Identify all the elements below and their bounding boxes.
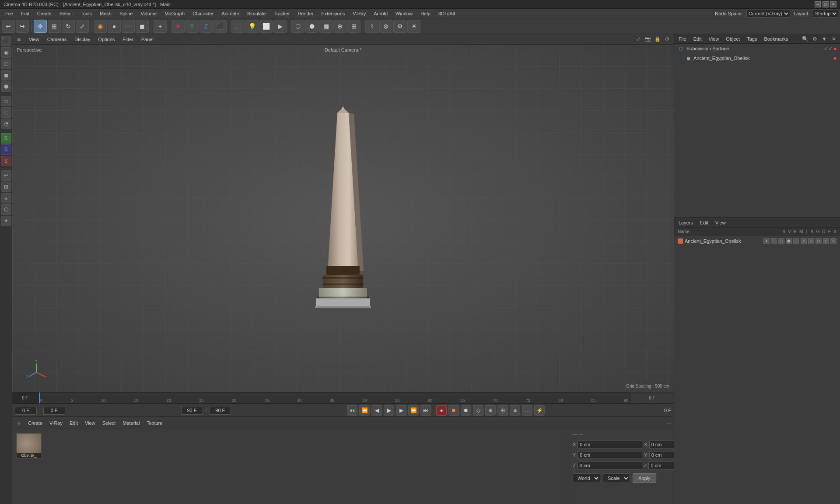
- cube-button[interactable]: ⬛: [214, 20, 227, 33]
- mat-menu-material[interactable]: Material: [121, 420, 141, 426]
- timeline-ruler[interactable]: 0 5 10 15 20 25 30 35 40 45 50 55: [38, 392, 630, 403]
- autokey-button[interactable]: ⏺: [448, 405, 459, 416]
- vp-menu-filter[interactable]: Filter: [121, 37, 135, 42]
- sidebar-edge-icon[interactable]: ⬡: [1, 59, 11, 69]
- go-end-button[interactable]: ⏭: [420, 405, 431, 416]
- extra-button[interactable]: ⚡: [534, 405, 545, 416]
- render-region-btn[interactable]: ⬜: [259, 20, 273, 33]
- point-mode-button[interactable]: ●: [108, 20, 121, 33]
- menu-mesh[interactable]: Mesh: [96, 10, 115, 17]
- timeline-button[interactable]: ≡: [510, 405, 520, 416]
- menu-edit[interactable]: Edit: [18, 10, 33, 17]
- undo-button[interactable]: ↩: [2, 20, 15, 33]
- om-menu-tags[interactable]: Tags: [745, 36, 759, 42]
- menu-help[interactable]: Help: [417, 10, 434, 17]
- menu-3dtoall[interactable]: 3DToAll: [435, 10, 458, 17]
- menu-select[interactable]: Select: [56, 10, 77, 17]
- timeline-bar[interactable]: 0 F 0 5 10 15 20 25 30 35 40: [12, 392, 674, 403]
- menu-file[interactable]: File: [2, 10, 17, 17]
- playhead[interactable]: [39, 392, 40, 403]
- menu-tracker[interactable]: Tracker: [270, 10, 294, 17]
- viewport-toggle[interactable]: ≡: [15, 35, 23, 43]
- transform-tool-button[interactable]: ⤢: [76, 20, 89, 33]
- prev-key-button[interactable]: ◀: [371, 405, 382, 416]
- settings-btn[interactable]: ⚙: [393, 20, 406, 33]
- coord-z-pos-input[interactable]: [578, 462, 642, 469]
- node-space-select[interactable]: Current (V-Ray): [746, 10, 790, 18]
- coord-y-pos-input[interactable]: [578, 451, 642, 459]
- grid-btn[interactable]: ⊞: [347, 20, 360, 33]
- material-toggle[interactable]: ≡: [15, 419, 23, 427]
- menu-character[interactable]: Character: [189, 10, 217, 17]
- xaxis-button[interactable]: Y: [186, 20, 199, 33]
- menu-arnold[interactable]: Arnold: [370, 10, 391, 17]
- render-btn[interactable]: ▶: [273, 20, 287, 33]
- close-button[interactable]: ✕: [830, 1, 836, 7]
- max-frame-input[interactable]: [209, 406, 231, 415]
- end-frame-input[interactable]: [181, 406, 203, 415]
- layer-ctrl-e[interactable]: E: [823, 238, 829, 244]
- wire-btn[interactable]: ⬡: [291, 20, 304, 33]
- mat-menu-view[interactable]: View: [83, 420, 97, 426]
- redo-button[interactable]: ↪: [16, 20, 29, 33]
- solid-btn[interactable]: ⬢: [305, 20, 318, 33]
- record-button[interactable]: ●: [436, 405, 447, 416]
- play-button[interactable]: ▶: [384, 405, 394, 416]
- layers-menu-edit[interactable]: Edit: [698, 220, 710, 225]
- layer-ctrl-l[interactable]: →: [793, 238, 799, 244]
- maximize-button[interactable]: □: [822, 1, 829, 7]
- menu-render[interactable]: Render: [294, 10, 317, 17]
- menu-vray[interactable]: V-Ray: [349, 10, 369, 17]
- texture-btn[interactable]: ▦: [319, 20, 332, 33]
- menu-extensions[interactable]: Extensions: [318, 10, 348, 17]
- record-active-button[interactable]: ⏺: [461, 405, 471, 416]
- vp-menu-panel[interactable]: Panel: [140, 37, 155, 42]
- camera-btn[interactable]: 🎥: [231, 20, 245, 33]
- vp-menu-options[interactable]: Options: [96, 37, 116, 42]
- current-frame-input[interactable]: [15, 406, 37, 415]
- om-menu-object[interactable]: Object: [724, 36, 742, 42]
- vp-menu-view[interactable]: View: [27, 37, 41, 42]
- coord-y-rot-input[interactable]: [649, 451, 674, 459]
- om-settings-icon[interactable]: ⚙: [811, 35, 818, 42]
- sidebar-selection-icon[interactable]: ▭: [1, 96, 11, 106]
- light-btn[interactable]: 💡: [245, 20, 259, 33]
- sidebar-layer-icon[interactable]: ≡: [1, 193, 11, 203]
- apply-button[interactable]: Apply: [633, 473, 656, 483]
- window-controls[interactable]: ─ □ ✕: [815, 1, 836, 7]
- layer-ctrl-v[interactable]: □: [771, 238, 777, 244]
- mat-menu-edit[interactable]: Edit: [68, 420, 80, 426]
- sidebar-point-icon[interactable]: ◉: [1, 47, 11, 58]
- scale-tool-button[interactable]: ⊞: [48, 20, 61, 33]
- menu-simulate[interactable]: Simulate: [244, 10, 270, 17]
- sidebar-paint-icon[interactable]: ◔: [1, 119, 11, 129]
- keyframe-button[interactable]: ◇: [473, 405, 483, 416]
- sidebar-s3-icon[interactable]: S: [1, 156, 11, 166]
- sidebar-s2-icon[interactable]: S: [1, 144, 11, 155]
- sidebar-hex-icon[interactable]: ⬡: [1, 204, 11, 215]
- layers-menu-view[interactable]: View: [714, 220, 728, 225]
- vp-menu-display[interactable]: Display: [73, 37, 92, 42]
- add-button[interactable]: +: [154, 20, 167, 33]
- layer-ctrl-r[interactable]: □: [778, 238, 784, 244]
- om-menu-file[interactable]: File: [677, 36, 688, 42]
- minimize-button[interactable]: ─: [815, 1, 821, 7]
- layer-ctrl-x[interactable]: X: [830, 238, 836, 244]
- scale-select[interactable]: Scale: [603, 473, 630, 483]
- layers-menu-layers[interactable]: Layers: [677, 220, 695, 225]
- sidebar-bend-icon[interactable]: ↩: [1, 170, 11, 181]
- object-item-subdivision[interactable]: ⬡ Subdivision Surface ✓ ✓ ■: [674, 44, 840, 53]
- polygon-mode-button[interactable]: ◼: [136, 20, 149, 33]
- sidebar-grid-icon[interactable]: ⊞: [1, 182, 11, 192]
- next-frame-button[interactable]: ⏩: [408, 405, 419, 416]
- viewport-expand-icon[interactable]: ⤢: [634, 35, 642, 43]
- sidebar-star-icon[interactable]: ✦: [1, 216, 11, 226]
- sidebar-object-icon[interactable]: ⬛: [1, 36, 11, 46]
- motion-track-button[interactable]: ⊕: [485, 405, 496, 416]
- sidebar-lasso-icon[interactable]: ◌: [1, 107, 11, 118]
- start-frame-input[interactable]: [43, 406, 65, 415]
- mat-menu-texture[interactable]: Texture: [145, 420, 164, 426]
- om-menu-bookmarks[interactable]: Bookmarks: [762, 36, 790, 42]
- layer-ctrl-a[interactable]: A: [801, 238, 807, 244]
- go-start-button[interactable]: ⏮: [347, 405, 357, 416]
